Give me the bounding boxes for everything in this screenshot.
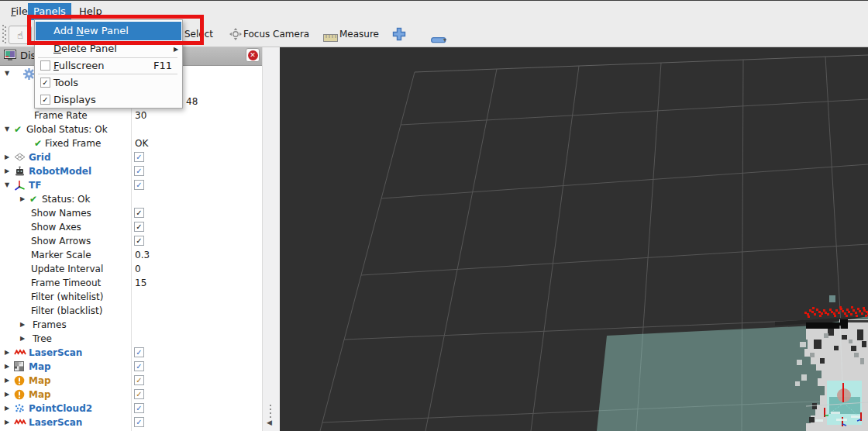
display-row-map-1[interactable]: ▶Map✓	[0, 360, 262, 374]
display-row-show-arrows[interactable]: Show Arrows✓	[0, 234, 262, 248]
expander-icon[interactable]: ▶	[20, 192, 25, 206]
enabled-checkbox[interactable]: ✓	[134, 389, 144, 399]
display-row-frame-timeout[interactable]: Frame Timeout15	[0, 276, 262, 290]
display-row-laserscan-2[interactable]: ▶LaserScan✓	[0, 415, 262, 429]
status-ok-check-icon: ✔	[29, 192, 37, 206]
displays-panel-icon	[4, 50, 18, 65]
fullscreen-checkbox[interactable]	[40, 60, 50, 71]
row-value[interactable]: 15	[135, 276, 146, 290]
shortcut-label: F11	[153, 58, 172, 74]
display-row-marker-scale[interactable]: Marker Scale0.3	[0, 248, 262, 262]
display-row-fixed-frame[interactable]: ✔Fixed FrameOK	[0, 136, 262, 150]
tools-checkbox[interactable]: ✓	[40, 78, 50, 88]
display-row-filter-whitelist[interactable]: Filter (whitelist)	[0, 290, 262, 304]
expander-icon[interactable]: ▶	[5, 374, 9, 388]
row-label: Grid	[29, 150, 50, 164]
expander-icon[interactable]: ▶	[20, 332, 25, 346]
display-row-map-3[interactable]: ▶Map✓	[0, 388, 262, 402]
row-label: Marker Scale	[31, 248, 91, 262]
expander-icon[interactable]: ▶	[5, 150, 9, 164]
panel-close-button[interactable]: ✕	[246, 48, 260, 62]
row-label: RobotModel	[29, 164, 91, 178]
row-label: Frames	[33, 318, 67, 332]
row-label: Show Axes	[31, 220, 81, 234]
enabled-checkbox[interactable]: ✓	[134, 347, 144, 357]
measure-icon[interactable]	[323, 30, 338, 45]
measure-tool-button[interactable]: Measure	[339, 29, 379, 40]
expander-icon[interactable]: ▶	[5, 360, 9, 374]
enabled-checkbox[interactable]: ✓	[134, 166, 144, 176]
row-value[interactable]: 30	[135, 109, 146, 122]
enabled-checkbox[interactable]: ✓	[134, 208, 144, 218]
display-row-map-2[interactable]: ▶Map✓	[0, 374, 262, 388]
add-tool-button[interactable]	[392, 27, 406, 44]
map-fragment	[829, 295, 835, 302]
display-row-laserscan-1[interactable]: ▶LaserScan✓	[0, 346, 262, 360]
hand-icon: ☝	[17, 29, 23, 41]
enabled-checkbox[interactable]: ✓	[134, 361, 144, 371]
row-label: Tree	[33, 332, 52, 346]
expander-icon[interactable]: ▼	[5, 122, 9, 136]
splitter-handle[interactable]	[270, 405, 271, 419]
display-row-tf-status[interactable]: ▶✔Status: Ok	[0, 192, 262, 206]
display-row-robot-model[interactable]: ▶RobotModel✓	[0, 164, 262, 178]
plus-icon	[392, 27, 406, 41]
row-label: Fixed Frame	[45, 136, 101, 150]
row-label: Show Names	[31, 206, 91, 220]
row-label: LaserScan	[29, 346, 82, 360]
enabled-checkbox[interactable]: ✓	[134, 222, 144, 232]
display-row-global-status[interactable]: ▼✔Global Status: Ok	[0, 122, 262, 136]
display-row-tf[interactable]: ▼TF✓	[0, 178, 262, 192]
enabled-checkbox[interactable]: ✓	[134, 417, 144, 427]
laser-icon	[14, 417, 26, 431]
enabled-checkbox[interactable]: ✓	[134, 403, 144, 413]
display-row-update-interval[interactable]: Update Interval0	[0, 262, 262, 276]
display-row-frames[interactable]: ▶Frames	[0, 318, 262, 332]
row-label: Map	[29, 388, 51, 402]
expander-icon[interactable]: ▶	[5, 346, 9, 360]
row-label: Filter (whitelist)	[31, 290, 103, 304]
tool-options-dropdown-icon[interactable]: ▾	[443, 36, 446, 43]
menu-item-displays[interactable]: ✓ Displays	[36, 91, 181, 109]
menu-item-fullscreen[interactable]: Fullscreen F11	[36, 58, 181, 74]
panel-splitter[interactable]: ◀	[262, 47, 280, 431]
toolbar-drag-handle[interactable]	[2, 25, 6, 43]
splitter-collapse-icon[interactable]: ◀	[267, 419, 272, 426]
row-label: Show Arrows	[31, 234, 91, 248]
expander-icon[interactable]: ▶	[5, 164, 9, 178]
expander-icon[interactable]: ▼	[5, 178, 9, 192]
display-row-pointcloud2[interactable]: ▶PointCloud2✓	[0, 402, 262, 415]
focus-camera-icon[interactable]	[229, 28, 242, 43]
display-row-tree[interactable]: ▶Tree	[0, 332, 262, 346]
expander-icon[interactable]: ▶	[20, 318, 25, 332]
display-row-show-names[interactable]: Show Names✓	[0, 206, 262, 220]
focus-camera-button[interactable]: Focus Camera	[243, 29, 309, 40]
row-value[interactable]: 0.3	[135, 248, 150, 262]
close-icon: ✕	[248, 50, 258, 60]
expander-icon[interactable]: ▼	[5, 67, 9, 81]
row-label: Status: Ok	[42, 192, 91, 206]
enabled-checkbox[interactable]: ✓	[134, 375, 144, 385]
status-ok-check-icon: ✔	[34, 136, 42, 150]
display-row-frame-rate[interactable]: Frame Rate30	[0, 109, 262, 122]
laserscan-points	[804, 306, 868, 318]
displays-tree[interactable]: ▼48Frame Rate30▼✔Global Status: Ok✔Fixed…	[0, 65, 262, 431]
expander-icon[interactable]: ▶	[5, 415, 9, 429]
display-row-show-axes[interactable]: Show Axes✓	[0, 220, 262, 234]
expander-icon[interactable]: ▶	[5, 388, 9, 402]
enabled-checkbox[interactable]: ✓	[134, 152, 144, 162]
enabled-checkbox[interactable]: ✓	[134, 180, 144, 190]
3d-viewport[interactable]	[279, 47, 868, 431]
3d-scene	[279, 47, 868, 431]
annotation-highlight-box	[27, 15, 204, 45]
displays-checkbox[interactable]: ✓	[40, 95, 50, 105]
display-row-filter-blacklist[interactable]: Filter (blacklist)	[0, 304, 262, 318]
row-label: Frame Rate	[34, 109, 88, 122]
row-value[interactable]: OK	[135, 136, 148, 150]
status-ok-check-icon: ✔	[14, 122, 22, 136]
row-value[interactable]: 0	[135, 262, 141, 276]
expander-icon[interactable]: ▶	[5, 402, 9, 415]
menu-item-tools[interactable]: ✓ Tools	[36, 74, 181, 91]
display-row-grid[interactable]: ▶Grid✓	[0, 150, 262, 164]
enabled-checkbox[interactable]: ✓	[134, 236, 144, 246]
